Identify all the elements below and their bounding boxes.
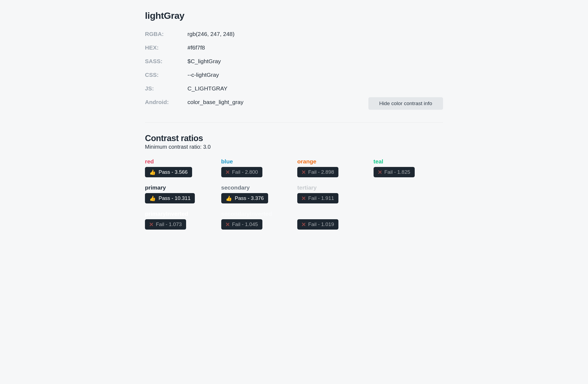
contrast-cell: orangeFail - 2.898: [297, 158, 367, 177]
swatch-name: blue: [221, 158, 291, 165]
swatch-name: primary: [145, 184, 215, 191]
pass-badge: 👍Pass - 10.311: [145, 193, 195, 203]
badge-text: Fail - 1.019: [308, 221, 334, 227]
swatch-name: tertiaryInverted: [297, 211, 367, 217]
fail-badge: Fail - 1.019: [297, 219, 338, 230]
fail-badge: Fail - 1.045: [221, 219, 262, 230]
fail-badge: Fail - 1.073: [145, 219, 186, 230]
prop-label: HEX:: [145, 44, 187, 51]
prop-value: $C_lightGray: [187, 58, 221, 65]
prop-label: JS:: [145, 85, 187, 92]
swatch-name: tertiary: [297, 184, 367, 191]
x-icon: [378, 170, 382, 175]
toggle-contrast-button[interactable]: Hide color contrast info: [368, 97, 443, 110]
pass-badge: 👍Pass - 3.376: [221, 193, 268, 203]
prop-value: --c-lightGray: [187, 72, 219, 78]
swatch-name: orange: [297, 158, 367, 165]
fail-badge: Fail - 2.800: [221, 167, 262, 177]
contrast-cell: tealFail - 1.825: [374, 158, 443, 177]
thumbs-up-icon: 👍: [149, 196, 156, 201]
contrast-title: Contrast ratios: [145, 133, 443, 143]
prop-row-css: CSS: --c-lightGray: [145, 72, 368, 78]
contrast-cell: secondaryInvertedFail - 1.045: [221, 211, 291, 230]
badge-text: Fail - 1.073: [156, 221, 182, 227]
swatch-name: teal: [374, 158, 443, 165]
contrast-cell: blueFail - 2.800: [221, 158, 291, 177]
badge-text: Fail - 1.911: [308, 195, 334, 201]
contrast-cell: primary👍Pass - 10.311: [145, 184, 215, 203]
contrast-subtitle: Minimum contrast ratio: 3.0: [145, 144, 443, 150]
swatch-name: primaryInverted: [145, 211, 215, 217]
badge-text: Pass - 3.566: [159, 169, 188, 175]
prop-row-js: JS: C_LIGHTGRAY: [145, 85, 368, 92]
prop-value: rgb(246, 247, 248): [187, 31, 235, 37]
fail-badge: Fail - 1.825: [374, 167, 415, 177]
contrast-cell: primaryInvertedFail - 1.073: [145, 211, 215, 230]
swatch-name: red: [145, 158, 215, 165]
x-icon: [226, 222, 229, 227]
contrast-cell: tertiaryFail - 1.911: [297, 184, 367, 203]
badge-text: Fail - 1.825: [384, 169, 410, 175]
contrast-cell: secondary👍Pass - 3.376: [221, 184, 291, 203]
x-icon: [302, 222, 305, 227]
contrast-cell: tertiaryInvertedFail - 1.019: [297, 211, 367, 230]
x-icon: [149, 222, 153, 227]
prop-row-hex: HEX: #f6f7f8: [145, 44, 368, 51]
contrast-grid: red👍Pass - 3.566blueFail - 2.800orangeFa…: [145, 158, 443, 230]
prop-value: color_base_light_gray: [187, 99, 243, 105]
badge-text: Fail - 2.898: [308, 169, 334, 175]
prop-row-rgba: RGBA: rgb(246, 247, 248): [145, 31, 368, 37]
swatch-name: secondary: [221, 184, 291, 191]
prop-value: #f6f7f8: [187, 44, 205, 51]
badge-text: Fail - 2.800: [232, 169, 258, 175]
prop-row-sass: SASS: $C_lightGray: [145, 58, 368, 65]
prop-row-android: Android: color_base_light_gray: [145, 99, 368, 105]
x-icon: [302, 170, 305, 175]
divider: [145, 122, 443, 123]
x-icon: [302, 196, 305, 201]
badge-text: Pass - 10.311: [159, 195, 190, 201]
x-icon: [226, 170, 229, 175]
badge-text: Pass - 3.376: [235, 195, 264, 201]
swatch-name: secondaryInverted: [221, 211, 291, 217]
fail-badge: Fail - 2.898: [297, 167, 338, 177]
contrast-cell: [374, 184, 443, 203]
thumbs-up-icon: 👍: [226, 196, 232, 201]
properties-section: RGBA: rgb(246, 247, 248) HEX: #f6f7f8 SA…: [145, 31, 443, 110]
prop-value: C_LIGHTGRAY: [187, 85, 228, 92]
prop-label: RGBA:: [145, 31, 187, 37]
fail-badge: Fail - 1.911: [297, 193, 338, 203]
prop-label: SASS:: [145, 58, 187, 65]
thumbs-up-icon: 👍: [149, 170, 156, 175]
page-title: lightGray: [145, 10, 443, 21]
pass-badge: 👍Pass - 3.566: [145, 167, 192, 177]
badge-text: Fail - 1.045: [232, 221, 258, 227]
prop-label: CSS:: [145, 72, 187, 78]
properties-table: RGBA: rgb(246, 247, 248) HEX: #f6f7f8 SA…: [145, 31, 368, 105]
contrast-cell: red👍Pass - 3.566: [145, 158, 215, 177]
prop-label: Android:: [145, 99, 187, 105]
